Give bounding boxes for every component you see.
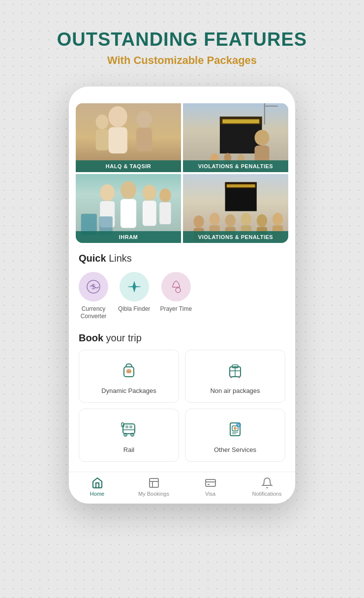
currency-icon: $ <box>86 279 101 294</box>
svg-point-24 <box>121 181 136 199</box>
quick-links-title-normal: Links <box>106 253 132 264</box>
halq-label: HALQ & TAQSIR <box>76 160 181 172</box>
svg-rect-25 <box>121 199 136 228</box>
violations-label-2: VIOLATIONS & PENALTIES <box>183 160 288 172</box>
book-section: Book your trip Dynamic Packages <box>69 325 295 462</box>
book-trip-title: Book your trip <box>79 332 285 344</box>
rail-icon <box>119 419 139 441</box>
svg-rect-35 <box>227 184 255 187</box>
svg-point-36 <box>193 215 204 228</box>
other-services-icon: ✓ <box>225 419 245 441</box>
svg-marker-50 <box>128 281 141 292</box>
booking-card-rail[interactable]: Rail <box>79 409 179 462</box>
booking-card-other[interactable]: ✓ Other Services <box>185 409 285 462</box>
svg-text:✓: ✓ <box>238 424 240 427</box>
svg-point-60 <box>230 376 232 378</box>
currency-icon-circle: $ <box>79 272 108 301</box>
qibla-icon-circle <box>120 272 149 301</box>
non-air-packages-label: Non air packages <box>210 387 260 394</box>
dynamic-packages-label: Dynamic Packages <box>101 387 156 394</box>
booking-card-non-air[interactable]: Non air packages <box>185 350 285 403</box>
svg-point-51 <box>176 288 181 293</box>
svg-rect-78 <box>150 478 158 487</box>
book-trip-title-normal: your trip <box>103 332 142 343</box>
image-grid: HALQ & TAQSIR <box>76 103 288 243</box>
book-trip-title-bold: Book <box>79 332 103 343</box>
quick-link-prayer[interactable]: Prayer Time <box>160 272 192 321</box>
page-header: OUTSTANDING FEATURES With Customizable P… <box>57 30 307 67</box>
luggage-icon <box>225 360 245 380</box>
phone-mockup: HALQ & TAQSIR <box>69 87 295 504</box>
svg-point-22 <box>100 184 115 201</box>
home-icon <box>91 477 103 489</box>
svg-point-73 <box>234 427 237 430</box>
grid-item-violations2[interactable]: VIOLATIONS & PENALTIES <box>183 174 288 243</box>
prayer-icon <box>169 279 183 294</box>
booking-card-dynamic[interactable]: Dynamic Packages <box>79 350 179 403</box>
quick-links-list: $ CurrencyConverter Qibla Finder <box>79 272 285 325</box>
grid-item-violations[interactable]: HALQ & TAQSIR VIOLATIONS & PENALTIES <box>183 103 288 172</box>
svg-point-3 <box>136 111 152 127</box>
svg-point-28 <box>159 188 171 202</box>
nav-item-home[interactable]: Home <box>69 477 125 497</box>
nav-item-visa[interactable]: Visa <box>182 477 239 497</box>
violations2-label: VIOLATIONS & PENALTIES <box>183 231 288 243</box>
quick-links-title: Quick Links <box>79 253 285 264</box>
grid-item-ihram[interactable]: IHRAM <box>76 174 181 243</box>
svg-point-26 <box>143 185 156 201</box>
svg-rect-27 <box>143 201 156 226</box>
svg-rect-2 <box>108 127 127 153</box>
prayer-icon-circle <box>161 272 191 301</box>
quick-links-section: Quick Links $ CurrencyConverter <box>69 243 295 325</box>
svg-rect-62 <box>123 424 135 434</box>
prayer-label: Prayer Time <box>160 305 192 313</box>
rail-label: Rail <box>123 446 134 453</box>
svg-point-42 <box>241 212 251 225</box>
svg-rect-6 <box>96 129 109 150</box>
passport-icon: ✓ <box>225 419 245 439</box>
qibla-icon <box>127 279 142 294</box>
svg-rect-29 <box>159 202 171 224</box>
dynamic-packages-icon <box>119 360 139 382</box>
bookings-icon <box>148 477 160 489</box>
svg-rect-4 <box>136 127 152 151</box>
svg-rect-81 <box>206 479 215 486</box>
nav-item-notifications[interactable]: Notifications <box>239 477 295 497</box>
non-air-packages-icon <box>225 360 245 382</box>
qibla-label: Qibla Finder <box>118 305 150 313</box>
nav-label-visa: Visa <box>205 491 215 497</box>
nav-item-bookings[interactable]: My Bookings <box>125 477 182 497</box>
booking-grid: Dynamic Packages Non air packages <box>79 350 285 462</box>
grid-item-halq[interactable]: HALQ & TAQSIR <box>76 103 181 172</box>
svg-rect-69 <box>129 425 132 428</box>
quick-link-currency[interactable]: $ CurrencyConverter <box>79 272 108 321</box>
currency-label: CurrencyConverter <box>81 305 107 321</box>
svg-point-40 <box>225 214 236 227</box>
quick-links-title-bold: Quick <box>79 253 106 264</box>
svg-point-19 <box>255 130 270 146</box>
nav-label-bookings: My Bookings <box>138 491 169 497</box>
other-services-label: Other Services <box>214 446 256 453</box>
svg-rect-10 <box>222 119 259 123</box>
svg-point-5 <box>96 115 109 129</box>
backpack-icon <box>119 360 139 380</box>
svg-point-1 <box>108 106 127 127</box>
svg-rect-68 <box>125 425 128 428</box>
nav-label-home: Home <box>90 491 104 497</box>
sub-title: With Customizable Packages <box>57 54 307 67</box>
main-title: OUTSTANDING FEATURES <box>57 30 307 50</box>
ihram-label: IHRAM <box>76 231 181 243</box>
svg-point-44 <box>257 214 267 227</box>
svg-point-38 <box>210 212 220 225</box>
svg-point-46 <box>273 212 283 225</box>
notifications-icon <box>261 477 273 489</box>
nav-label-notifications: Notifications <box>252 491 282 497</box>
quick-link-qibla[interactable]: Qibla Finder <box>118 272 150 321</box>
visa-icon <box>205 477 216 489</box>
train-icon <box>119 419 139 439</box>
svg-point-61 <box>238 376 240 378</box>
bottom-nav: Home My Bookings Visa N <box>69 472 295 504</box>
phone-notch <box>236 87 295 96</box>
